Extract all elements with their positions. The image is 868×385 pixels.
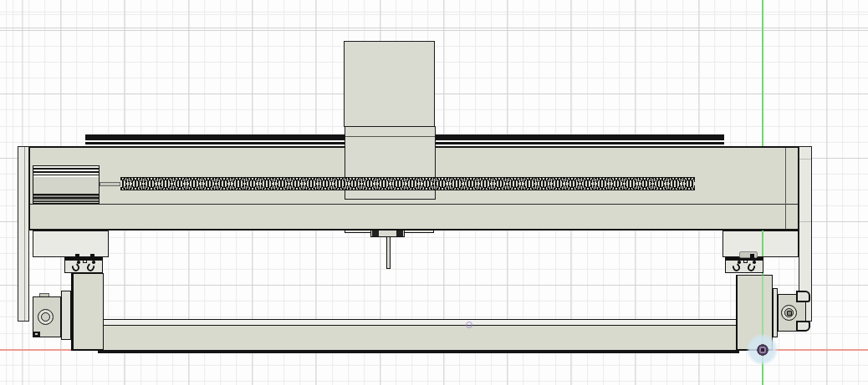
left-motor-foot-inset xyxy=(35,333,38,336)
y-axis-line-segment xyxy=(762,275,763,385)
left-end-plate[interactable] xyxy=(18,146,30,322)
cross-bar-bottom-edge xyxy=(99,350,738,352)
clamp-center-tab xyxy=(83,260,87,264)
carriage-seam xyxy=(345,136,435,137)
clamp-screw-blob xyxy=(739,251,758,258)
right-bearing-hex xyxy=(787,311,792,316)
drive-housing-fins-bottom xyxy=(33,194,99,202)
drive-housing[interactable] xyxy=(33,165,100,204)
cross-bar-top-strip xyxy=(99,320,738,327)
right-end-plate-seam xyxy=(799,221,811,222)
left-bearing-inner xyxy=(41,312,50,322)
rack-gear[interactable] xyxy=(120,177,696,190)
tensioner-hook-bottom xyxy=(796,321,810,332)
left-end-plate-seam xyxy=(24,147,25,321)
tool-clip-right xyxy=(396,230,403,236)
right-end-plate-seam xyxy=(799,159,811,160)
right-pivot-clamp[interactable] xyxy=(725,257,763,274)
cad-viewport[interactable] xyxy=(0,0,868,385)
beam-right-seam xyxy=(785,148,786,229)
left-pivot-clamp[interactable] xyxy=(64,257,103,274)
origin-point[interactable] xyxy=(757,344,768,356)
tool-clip-left xyxy=(372,230,379,236)
left-motor[interactable] xyxy=(33,296,61,337)
left-leg-post[interactable] xyxy=(71,273,104,352)
left-motor-foot xyxy=(33,332,40,337)
y-axis-line-segment xyxy=(762,230,763,256)
z-tower[interactable] xyxy=(344,41,435,127)
tool-pin[interactable] xyxy=(386,236,391,269)
drive-shaft[interactable] xyxy=(100,182,120,186)
left-foot-bracket[interactable] xyxy=(33,230,110,257)
drive-housing-fins-top xyxy=(33,166,99,177)
cross-bar[interactable] xyxy=(98,319,739,353)
tensioner-hook-top xyxy=(796,291,810,302)
beam-seam xyxy=(30,204,798,205)
clamp-center-tab xyxy=(743,260,748,264)
right-foot-bracket[interactable] xyxy=(722,230,799,257)
left-motor-plate[interactable] xyxy=(61,291,71,340)
